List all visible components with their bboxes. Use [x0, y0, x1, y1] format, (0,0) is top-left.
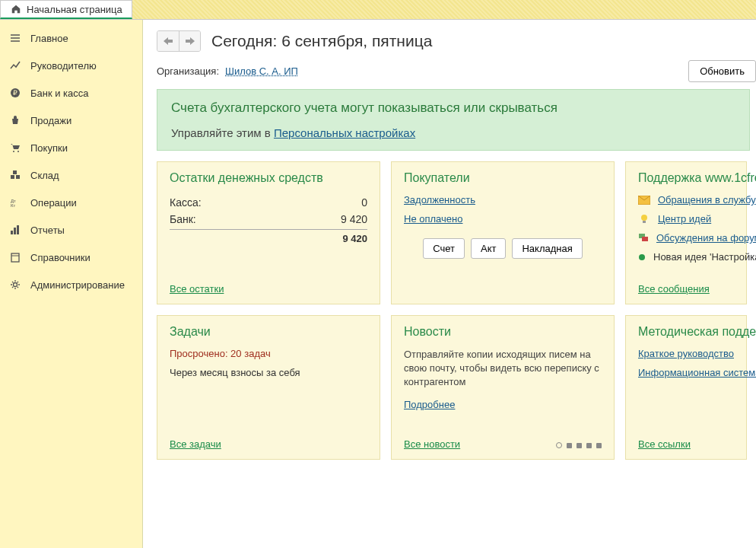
- home-icon: [10, 3, 22, 15]
- svg-point-3: [17, 151, 19, 152]
- sidebar-label: Покупки: [30, 142, 68, 154]
- sidebar-label: Справочники: [30, 252, 91, 263]
- org-link[interactable]: Шилов С. А. ИП: [225, 65, 298, 77]
- support-item[interactable]: Обсуждения на форуме: [638, 232, 734, 244]
- sidebar-label: Продажи: [30, 115, 71, 126]
- tasks-overdue: Просрочено: 20 задач: [170, 348, 367, 359]
- all-links-link[interactable]: Все ссылки: [638, 438, 691, 450]
- support-item[interactable]: Обращения в службу: [638, 194, 734, 206]
- balance-row-bank: Банк: 9 420: [170, 211, 367, 228]
- card-title: Покупатели: [404, 171, 602, 185]
- invoice-button[interactable]: Счет: [423, 238, 465, 259]
- card-title: Методическая поддержка: [638, 325, 734, 339]
- pager-dot[interactable]: [577, 443, 582, 448]
- sidebar-item-manager[interactable]: Руководителю: [0, 52, 142, 79]
- boxes-icon: [9, 169, 21, 181]
- sidebar-label: Операции: [30, 197, 77, 209]
- card-method: Методическая поддержка Краткое руководст…: [625, 315, 747, 460]
- tab-bar: Начальная страница: [0, 0, 756, 20]
- sidebar-item-admin[interactable]: Администрирование: [0, 271, 142, 298]
- card-balances: Остатки денежных средств Касса: 0 Банк: …: [157, 161, 380, 304]
- svg-rect-17: [643, 221, 646, 223]
- pager-dot[interactable]: [567, 443, 572, 448]
- sidebar-label: Главное: [30, 33, 68, 44]
- pager-dot[interactable]: [556, 442, 562, 448]
- sidebar-label: Склад: [30, 170, 59, 181]
- svg-point-16: [641, 215, 647, 221]
- card-title: Задачи: [170, 325, 367, 339]
- sidebar-item-catalogs[interactable]: Справочники: [0, 244, 142, 271]
- sidebar-item-bank[interactable]: ₽ Банк и касса: [0, 79, 142, 107]
- svg-rect-4: [11, 175, 14, 179]
- card-title: Остатки денежных средств: [170, 171, 367, 185]
- forward-button[interactable]: [179, 31, 200, 51]
- all-news-link[interactable]: Все новости: [404, 438, 460, 450]
- sidebar: Главное Руководителю ₽ Банк и касса Прод…: [0, 20, 143, 548]
- svg-text:₽: ₽: [13, 89, 17, 97]
- card-news: Новости Отправляйте копии исходящих писе…: [391, 315, 615, 460]
- svg-rect-10: [14, 228, 16, 234]
- card-buyers: Покупатели Задолженность Не оплачено Сче…: [391, 161, 615, 304]
- all-balances-link[interactable]: Все остатки: [170, 283, 224, 295]
- all-messages-link[interactable]: Все сообщения: [638, 283, 710, 295]
- content-area: Сегодня: 6 сентября, пятница Организация…: [143, 20, 756, 548]
- bag-icon: [9, 114, 21, 126]
- news-pager[interactable]: [556, 442, 602, 448]
- banner-title: Счета бухгалтерского учета могут показыв…: [171, 100, 735, 116]
- sidebar-label: Администрирование: [30, 279, 125, 291]
- banner-text: Управляйте этим в Персональных настройка…: [171, 126, 735, 139]
- all-tasks-link[interactable]: Все задачи: [170, 438, 221, 450]
- banner-link[interactable]: Персональных настройках: [274, 126, 415, 139]
- sidebar-item-main[interactable]: Главное: [0, 24, 142, 52]
- operations-icon: ДтКт: [9, 196, 21, 209]
- cart-icon: [9, 142, 21, 154]
- pager-dot[interactable]: [586, 443, 592, 448]
- tab-home[interactable]: Начальная страница: [0, 0, 132, 19]
- card-tasks: Задачи Просрочено: 20 задач Через месяц …: [157, 315, 380, 460]
- act-button[interactable]: Акт: [471, 238, 506, 259]
- svg-rect-12: [11, 253, 19, 262]
- method-link-info[interactable]: Информационная система: [638, 367, 734, 378]
- sidebar-item-purchases[interactable]: Покупки: [0, 134, 142, 161]
- book-icon: [9, 251, 21, 263]
- sidebar-label: Отчеты: [30, 225, 65, 236]
- support-item: Новая идея 'Настройка': [638, 251, 734, 263]
- chart-icon: [9, 224, 21, 236]
- trend-icon: [9, 59, 21, 72]
- sidebar-label: Банк и касса: [30, 88, 89, 99]
- pager-dot[interactable]: [596, 443, 602, 448]
- news-text: Отправляйте копии исходящих писем на сво…: [404, 348, 602, 390]
- back-button[interactable]: [157, 31, 179, 51]
- balance-total: 9 420: [170, 229, 367, 244]
- sidebar-item-reports[interactable]: Отчеты: [0, 216, 142, 244]
- mail-icon: [638, 195, 650, 206]
- debt-link[interactable]: Задолженность: [404, 194, 602, 206]
- card-support: Поддержка www.1cfresh Обращения в службу…: [625, 161, 747, 304]
- support-item[interactable]: Центр идей: [638, 213, 734, 225]
- sidebar-label: Руководителю: [30, 60, 97, 72]
- svg-point-2: [13, 151, 14, 152]
- task-item: Через месяц взносы за себя: [170, 367, 367, 378]
- page-title: Сегодня: 6 сентября, пятница: [211, 32, 432, 50]
- card-title: Новости: [404, 325, 602, 339]
- method-link-guide[interactable]: Краткое руководство: [638, 348, 734, 359]
- bulb-icon: [638, 214, 650, 225]
- sidebar-item-warehouse[interactable]: Склад: [0, 161, 142, 189]
- waybill-button[interactable]: Накладная: [512, 238, 582, 259]
- unpaid-link[interactable]: Не оплачено: [404, 213, 602, 225]
- balance-row-cash: Касса: 0: [170, 194, 367, 211]
- news-more-link[interactable]: Подробнее: [404, 399, 455, 410]
- svg-point-14: [14, 283, 17, 287]
- svg-rect-19: [642, 237, 648, 241]
- sidebar-item-operations[interactable]: ДтКт Операции: [0, 189, 142, 216]
- svg-text:Кт: Кт: [11, 203, 15, 207]
- gear-icon: [9, 279, 21, 291]
- ruble-icon: ₽: [9, 87, 21, 99]
- svg-rect-9: [11, 231, 13, 234]
- nav-buttons: [157, 30, 201, 52]
- svg-rect-11: [17, 225, 19, 234]
- refresh-button[interactable]: Обновить: [688, 60, 756, 82]
- sidebar-item-sales[interactable]: Продажи: [0, 107, 142, 134]
- tab-label: Начальная страница: [27, 4, 122, 15]
- info-banner: Счета бухгалтерского учета могут показыв…: [157, 89, 750, 151]
